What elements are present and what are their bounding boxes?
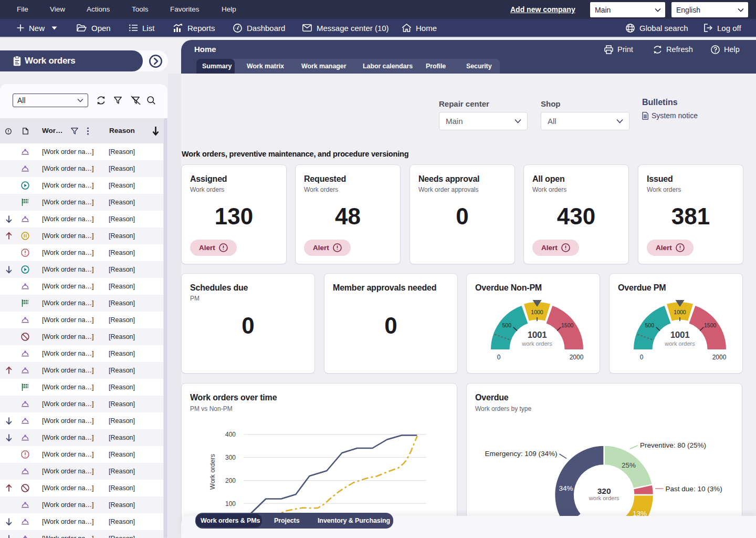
svg-text:200: 200 xyxy=(225,477,236,484)
svg-text:0: 0 xyxy=(640,354,644,361)
svg-text:1500: 1500 xyxy=(704,322,717,328)
svg-text:Past due: 10 (3%): Past due: 10 (3%) xyxy=(666,485,722,493)
svg-text:1500: 1500 xyxy=(561,322,574,328)
svg-text:0: 0 xyxy=(497,354,501,361)
svg-text:Work orders: Work orders xyxy=(209,454,216,490)
svg-text:1001: 1001 xyxy=(670,330,690,340)
svg-text:25%: 25% xyxy=(622,461,636,469)
svg-text:work orders: work orders xyxy=(664,340,695,347)
svg-text:2000: 2000 xyxy=(570,354,584,361)
svg-text:34%: 34% xyxy=(559,484,573,492)
svg-text:500: 500 xyxy=(502,322,511,328)
svg-text:Preventive: 80 (25%): Preventive: 80 (25%) xyxy=(640,441,706,449)
svg-text:Emergency: 109 (34%): Emergency: 109 (34%) xyxy=(485,450,558,458)
svg-text:100: 100 xyxy=(225,500,236,508)
svg-text:300: 300 xyxy=(225,454,236,461)
svg-text:work orders: work orders xyxy=(521,340,552,347)
svg-text:1001: 1001 xyxy=(528,330,547,340)
svg-text:400: 400 xyxy=(225,431,236,438)
svg-text:1000: 1000 xyxy=(674,309,686,315)
svg-text:320: 320 xyxy=(597,487,611,495)
svg-text:500: 500 xyxy=(645,322,654,328)
svg-text:2000: 2000 xyxy=(712,354,727,361)
svg-text:1000: 1000 xyxy=(531,309,543,315)
svg-text:work orders: work orders xyxy=(589,495,620,501)
